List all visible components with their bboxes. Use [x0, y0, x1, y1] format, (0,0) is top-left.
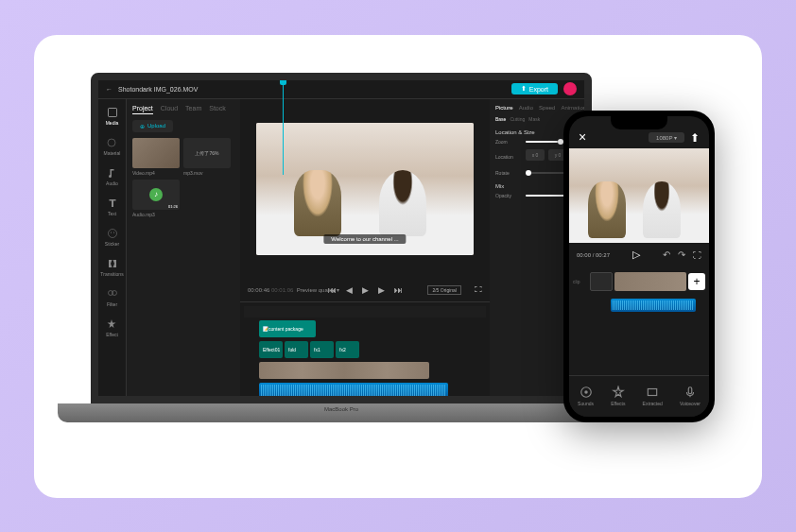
- svg-point-3: [111, 232, 112, 232]
- resolution-button[interactable]: 1080P ▾: [649, 132, 684, 143]
- audio-clip[interactable]: [259, 383, 448, 400]
- tool-sidebar: Media Material Audio Text Sticker Transi…: [98, 99, 127, 396]
- caption-overlay[interactable]: Welcome to our channel ...: [323, 234, 406, 244]
- video-preview[interactable]: Welcome to our channel ...: [240, 99, 490, 279]
- sidebar-item-material[interactable]: Material: [104, 137, 121, 156]
- inspector-tab-picture[interactable]: Picture: [495, 105, 513, 111]
- svg-point-4: [113, 232, 114, 232]
- svg-point-8: [584, 390, 588, 394]
- inspector-tab-audio[interactable]: Audio: [519, 105, 533, 111]
- sidebar-item-text[interactable]: Text: [107, 197, 118, 216]
- inspector-tab-animation[interactable]: Animation: [561, 105, 586, 111]
- mobile-preview[interactable]: [569, 148, 709, 243]
- svg-rect-10: [688, 387, 692, 394]
- mobile-toolbar: Sounds Effects Extracted Voiceover: [569, 375, 709, 417]
- media-thumbnail-audio[interactable]: ♪01:26: [132, 180, 180, 210]
- mobile-time: 00:00 / 00:27: [577, 252, 610, 258]
- redo-icon[interactable]: ↷: [678, 249, 685, 260]
- fullscreen-icon[interactable]: ⛶: [693, 250, 701, 260]
- sidebar-item-sticker[interactable]: Sticker: [105, 228, 119, 247]
- prev-frame-icon[interactable]: ◀: [346, 285, 353, 295]
- subtab-mask[interactable]: Mask: [528, 116, 540, 122]
- location-x-input[interactable]: x 0: [526, 149, 545, 161]
- play-icon[interactable]: ▷: [632, 249, 640, 261]
- media-panel: Project Cloud Team Stock ⊕ Upload Video.…: [127, 99, 240, 396]
- export-icon[interactable]: ⬆: [690, 131, 700, 145]
- tab-team[interactable]: Team: [185, 105, 201, 114]
- project-title: Shotondark IMG_026.MOV: [118, 86, 506, 93]
- export-button[interactable]: ⬆ Export: [511, 83, 558, 94]
- sidebar-item-filter[interactable]: Filter: [107, 288, 118, 307]
- mobile-timeline[interactable]: clip +: [569, 267, 709, 324]
- skip-end-icon[interactable]: ⏭: [394, 285, 403, 295]
- time-display: 00:00:46 00:01:06 Preview quality ▾: [248, 286, 339, 293]
- fullscreen-icon[interactable]: ⛶: [475, 285, 482, 294]
- subtab-cutting[interactable]: Cutting: [510, 116, 525, 122]
- undo-icon[interactable]: ↶: [663, 249, 670, 260]
- media-thumbnail-uploading[interactable]: 上传了76%: [183, 138, 231, 168]
- timeline[interactable]: 📝 content package Effect01 fold fx1 fx2: [240, 301, 490, 396]
- text-clip[interactable]: 📝 content package: [259, 320, 316, 337]
- audio-clip[interactable]: [611, 299, 696, 312]
- next-frame-icon[interactable]: ▶: [378, 285, 385, 295]
- phone-mockup: × 1080P ▾ ⬆ 00:00 / 00:27 ▷ ↶ ↷ ⛶: [563, 111, 715, 422]
- music-icon: ♪: [149, 188, 163, 201]
- play-icon[interactable]: ▶: [362, 285, 369, 295]
- effect-clip[interactable]: fold: [285, 341, 308, 358]
- svg-rect-0: [108, 108, 116, 116]
- back-arrow-icon[interactable]: ←: [106, 86, 112, 93]
- video-clip[interactable]: [259, 362, 429, 379]
- user-avatar[interactable]: [563, 82, 577, 95]
- sidebar-item-transitions[interactable]: Transitions: [100, 258, 123, 277]
- svg-point-1: [108, 139, 115, 146]
- effect-clip[interactable]: fx2: [336, 341, 359, 358]
- nav-effects[interactable]: Effects: [611, 386, 625, 406]
- video-clip[interactable]: [614, 272, 686, 291]
- tab-stock[interactable]: Stock: [209, 105, 226, 114]
- effect-clip[interactable]: Effect01: [259, 341, 283, 358]
- tab-cloud[interactable]: Cloud: [161, 105, 178, 114]
- sidebar-item-audio[interactable]: Audio: [106, 167, 118, 186]
- svg-rect-9: [648, 389, 656, 396]
- app-titlebar: ← Shotondark IMG_026.MOV ⬆ Export: [98, 80, 584, 99]
- playback-controls: 00:00:46 00:01:06 Preview quality ▾ ⏮ ◀ …: [240, 279, 490, 301]
- nav-extracted[interactable]: Extracted: [643, 386, 663, 406]
- laptop-base: [58, 403, 625, 422]
- aspect-ratio-badge[interactable]: 2/5 Original: [427, 285, 461, 295]
- media-thumbnail[interactable]: [132, 138, 180, 168]
- add-clip-button[interactable]: +: [688, 273, 705, 290]
- timeline-ruler[interactable]: [244, 306, 486, 317]
- close-icon[interactable]: ×: [579, 129, 586, 145]
- sidebar-item-effect[interactable]: Effect: [106, 318, 118, 337]
- nav-voiceover[interactable]: Voiceover: [680, 386, 701, 406]
- cover-clip[interactable]: [590, 272, 613, 291]
- inspector-tab-speed[interactable]: Speed: [539, 105, 555, 111]
- playhead[interactable]: [283, 80, 284, 175]
- effect-clip[interactable]: fx1: [310, 341, 334, 358]
- subtab-base[interactable]: Base: [495, 116, 506, 122]
- tab-project[interactable]: Project: [132, 105, 153, 114]
- sidebar-item-media[interactable]: Media: [106, 107, 119, 126]
- upload-button[interactable]: ⊕ Upload: [132, 120, 173, 132]
- nav-sounds[interactable]: Sounds: [578, 386, 594, 406]
- svg-point-2: [108, 229, 116, 237]
